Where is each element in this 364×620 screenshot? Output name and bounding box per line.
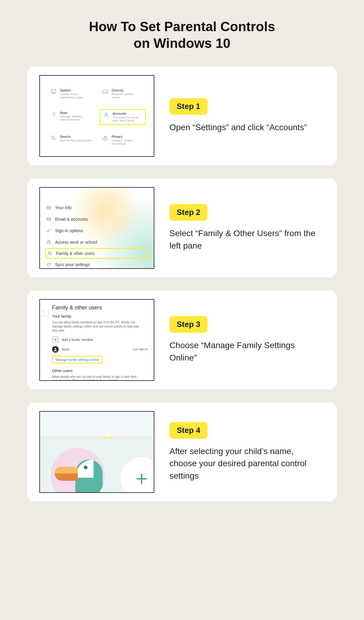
sync-icon (46, 262, 51, 267)
step-badge: Step 2 (169, 204, 208, 221)
svg-rect-7 (47, 218, 51, 220)
plus-icon: + (136, 467, 148, 490)
sidebar-item-signin-options[interactable]: Sign-in options (40, 225, 154, 236)
monitor-icon (50, 88, 57, 95)
svg-rect-9 (47, 241, 51, 243)
lock-icon (102, 135, 109, 141)
svg-point-10 (48, 252, 49, 253)
svg-point-3 (51, 136, 54, 139)
settings-tile-system[interactable]: SystemDisplay, sound, notifications, pow… (48, 87, 94, 101)
avatar-icon (52, 346, 59, 353)
svg-point-13 (55, 348, 56, 349)
page-title: How To Set Parental Controls on Windows … (27, 18, 337, 51)
svg-rect-5 (47, 206, 51, 209)
svg-point-8 (47, 230, 49, 232)
person-icon (103, 112, 110, 118)
step-card-3: Family & other users Your family You can… (27, 291, 337, 389)
svg-point-6 (48, 207, 49, 208)
step-card-2: Accounts Your info Email & accounts Sign… (27, 179, 337, 277)
step-text: Choose “Manage Family Settings Online” (169, 339, 322, 364)
more-menu-button[interactable] (103, 436, 112, 438)
envelope-icon (46, 216, 51, 222)
svg-rect-0 (51, 90, 56, 93)
svg-point-11 (50, 252, 51, 253)
screenshot-family-other-users: Family & other users Your family You can… (39, 299, 154, 381)
key-icon (46, 228, 51, 233)
manage-family-settings-link[interactable]: Manage family settings online (52, 356, 103, 364)
step-text: After selecting your child’s name, choos… (169, 445, 322, 482)
sidebar-item-sync-settings[interactable]: Sync your settings (40, 259, 154, 269)
your-family-heading: Your family (52, 314, 148, 318)
add-family-member-button[interactable]: + Add a family member (52, 336, 148, 343)
title-line-1: How To Set Parental Controls (89, 19, 275, 34)
sidebar-item-email-accounts[interactable]: Email & accounts (40, 213, 154, 225)
sidebar-item-access-work[interactable]: Access work or school (40, 236, 154, 248)
sidebar-item-your-info[interactable]: Your info (40, 202, 154, 213)
screenshot-settings: SystemDisplay, sound, notifications, pow… (39, 75, 154, 157)
settings-tile-search[interactable]: SearchFind my files, permissions (48, 133, 94, 147)
adult-status: Can sign in (133, 348, 148, 351)
svg-point-12 (42, 311, 44, 313)
panel-title: Family & other users (52, 305, 148, 311)
settings-tile-devices[interactable]: DevicesBluetooth, printers, mouse (100, 87, 146, 101)
step-card-1: SystemDisplay, sound, notifications, pow… (27, 67, 337, 165)
screenshot-family-dashboard: + (39, 411, 154, 493)
add-member-circle[interactable]: + (120, 457, 154, 492)
sidebar-item-family-other-users[interactable]: Family & other users (45, 248, 148, 259)
keyboard-icon (102, 88, 109, 95)
settings-tile-apps[interactable]: AppsUninstall, defaults, optional featur… (48, 109, 94, 125)
search-icon (50, 135, 57, 141)
other-users-desc: Allow people who are not part of your fa… (52, 375, 143, 381)
screenshot-accounts-sidebar: Accounts Your info Email & accounts Sign… (39, 187, 154, 269)
title-line-2: on Windows 10 (134, 36, 231, 51)
settings-tile-accounts[interactable]: AccountsYour accounts, email, sync, work… (100, 109, 146, 125)
svg-rect-1 (103, 90, 108, 93)
step-card-4: + Step 4 After selecting your child’s na… (27, 403, 337, 501)
step-text: Open “Settings” and click “Accounts” (169, 121, 322, 134)
plus-icon: + (52, 336, 59, 343)
id-card-icon (46, 205, 51, 210)
step-text: Select “Family & Other Users” from the l… (169, 227, 322, 252)
svg-point-2 (105, 113, 107, 115)
your-family-desc: You can allow family members to sign in … (52, 320, 143, 333)
list-icon (50, 111, 57, 117)
family-member-adult[interactable]: Adult (52, 346, 69, 353)
svg-rect-4 (104, 138, 107, 140)
step-badge: Step 4 (169, 422, 208, 439)
briefcase-icon (46, 239, 51, 245)
family-icon (47, 251, 52, 256)
step-badge: Step 3 (169, 316, 208, 333)
other-users-heading: Other users (52, 368, 148, 373)
step-badge: Step 1 (169, 98, 208, 115)
settings-tile-privacy[interactable]: PrivacyLocation, camera, microphone (100, 133, 146, 147)
child-avatar[interactable] (51, 448, 105, 492)
